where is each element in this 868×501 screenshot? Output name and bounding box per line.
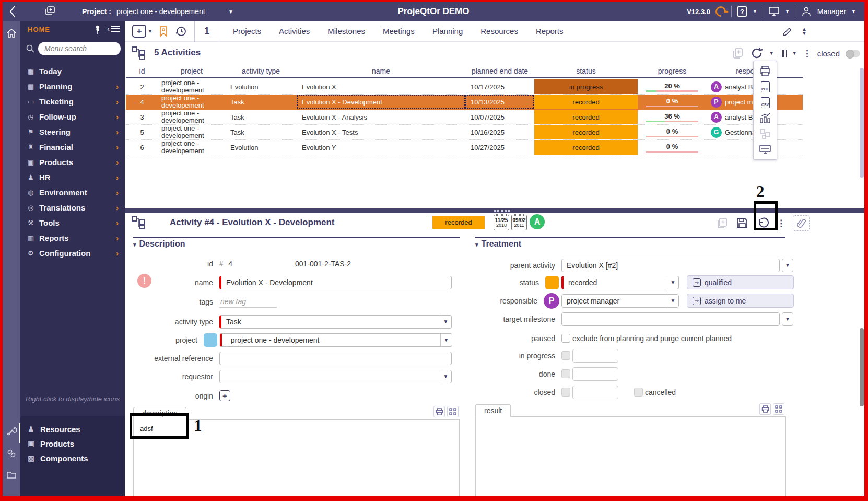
user-caret-icon[interactable]: ▼ [851,9,856,14]
print-menu-item[interactable] [754,63,777,79]
project-caret-icon[interactable]: ▼ [228,9,233,15]
columns-icon[interactable] [780,50,787,57]
open-tab-count[interactable]: 1 [195,26,219,37]
sidebar-item[interactable]: ◎ Translations › [20,200,125,215]
result-tab[interactable]: result [475,404,511,417]
folder-rail-icon[interactable] [6,470,17,480]
more-menu-icon[interactable]: ⋮ [803,48,812,59]
table-row[interactable]: 6 project one - developement Evolution E… [126,140,803,155]
export-csv-menu-item[interactable]: CSV [754,95,777,110]
collapse-menu-icon[interactable]: ‹ [107,25,120,32]
project-select[interactable]: _project one - developement ▼ [220,333,452,347]
done-date-field[interactable] [572,367,618,381]
display-icon[interactable] [768,6,780,17]
column-header[interactable]: project [158,64,225,77]
print-icon[interactable] [759,403,771,415]
target-milestone-select[interactable] [561,312,780,326]
home-icon[interactable] [6,28,17,39]
clone-icon[interactable] [732,47,744,60]
sidebar-item[interactable]: ◷ Follow-up › [20,109,125,124]
sidebar-item[interactable]: ▭ Ticketing › [20,94,125,109]
nav-item[interactable]: Milestones [327,27,365,36]
org-chart-menu-item[interactable] [754,126,777,142]
nav-item[interactable]: Activities [279,27,310,36]
clone-icon[interactable] [716,217,729,229]
sidebar-item[interactable]: ▣ Products [20,436,125,451]
refresh-icon[interactable] [750,46,764,60]
column-header[interactable]: activity type [225,64,297,77]
closed-toggle[interactable] [846,50,860,57]
print-icon[interactable] [433,406,445,417]
help-button[interactable]: ? [737,6,747,17]
result-editor[interactable] [475,416,786,501]
sidebar-item[interactable]: ♜ Financial › [20,139,125,155]
sidebar-item[interactable]: ▦ Today [20,64,125,79]
activity-type-select[interactable]: Task ▼ [219,315,452,329]
sidebar-item[interactable]: ⚑ Steering › [20,124,125,139]
description-heading[interactable]: ▾Description [133,239,185,249]
refresh-caret-icon[interactable]: ▼ [769,51,774,56]
closed-checkbox[interactable] [561,388,570,397]
sidebar-item[interactable]: ♟ Resources [20,422,125,436]
select-caret-icon[interactable]: ▼ [440,316,451,328]
save-icon[interactable] [736,217,748,229]
external-reference-field[interactable] [219,352,452,365]
sidebar-item[interactable]: ▩ Components [20,451,125,465]
sidebar-item[interactable]: ▤ Planning › [20,79,125,94]
paused-checkbox[interactable] [561,334,570,343]
nav-item[interactable]: Projects [233,27,261,36]
closed-date-field[interactable] [572,386,618,399]
select-caret-icon[interactable]: ▼ [440,334,452,346]
user-name[interactable]: Manager [817,7,846,16]
tools-rail-icon[interactable] [6,426,17,436]
cancelled-checkbox[interactable] [634,388,643,397]
home-label[interactable]: HOME [28,26,50,33]
splitter-handle[interactable] [494,210,510,212]
nav-item[interactable]: Planning [432,27,463,36]
sort-arrows-icon[interactable]: ▲▼ [802,27,807,35]
table-scrollbar[interactable] [860,68,864,178]
nav-item[interactable]: Reports [536,27,564,36]
nav-item[interactable]: Resources [480,27,518,36]
sidebar-item[interactable]: ▣ Products › [20,155,125,170]
menu-search-input[interactable] [38,42,121,55]
qualified-button[interactable]: ⇒ qualified [687,275,794,289]
select-caret-icon[interactable]: ▼ [667,295,678,307]
column-header[interactable]: status [534,64,638,77]
name-field[interactable]: Evolution X - Development [219,276,452,289]
sidebar-item[interactable]: ⚙ Configuration › [20,246,125,261]
expand-grid-icon[interactable] [447,406,459,417]
chart-menu-item[interactable] [754,110,777,126]
select-caret-icon[interactable]: ▼ [782,312,793,326]
columns-caret-icon[interactable]: ▼ [792,51,797,56]
select-caret-icon[interactable]: ▼ [782,259,793,272]
select-caret-icon[interactable]: ▼ [667,276,678,289]
bookmark-icon[interactable] [159,26,168,37]
window-switch-icon[interactable] [44,6,56,16]
responsible-select[interactable]: project manager ▼ [561,294,679,308]
assign-to-me-button[interactable]: ⇒ assign to me [687,294,794,308]
more-menu-icon[interactable]: ⋮ [777,218,785,229]
sidebar-item[interactable]: ⚒ Tools › [20,215,125,230]
back-icon[interactable] [8,5,17,18]
parent-activity-select[interactable]: Evolution X [#2] [561,259,780,272]
column-header[interactable]: name [297,64,465,77]
expand-grid-icon[interactable] [773,403,784,415]
edit-pencil-icon[interactable] [782,26,793,37]
column-header[interactable]: id [126,64,158,77]
select-caret-icon[interactable]: ▼ [440,370,451,383]
export-pdf-menu-item[interactable]: PDF [754,79,777,95]
project-selector[interactable]: project one - developement [116,7,205,16]
requestor-select[interactable]: ▼ [219,370,452,383]
in-progress-checkbox[interactable] [561,351,570,360]
status-select[interactable]: recorded ▼ [561,276,679,289]
history-icon[interactable] [174,25,187,38]
sidebar-item[interactable]: ♟ HR › [20,170,125,185]
nav-item[interactable]: Meetings [383,27,415,36]
table-row[interactable]: 4 project one - developement Task Evolut… [126,95,803,110]
column-header[interactable]: planned end date [465,64,534,77]
table-row[interactable]: 2 project one - developement Evolution E… [126,79,803,95]
table-row[interactable]: 3 project one - developement Task Evolut… [126,110,803,125]
table-row[interactable]: 5 project one - developement Task Evolut… [126,125,803,140]
screen-menu-item[interactable] [754,142,777,157]
